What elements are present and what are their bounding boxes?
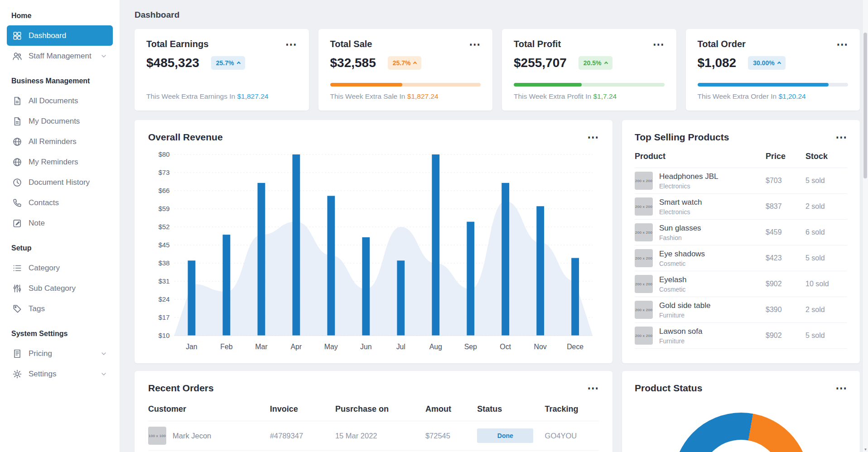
chevron-up-icon bbox=[236, 62, 240, 65]
product-price: $459 bbox=[766, 228, 805, 236]
svg-text:Nov: Nov bbox=[534, 343, 547, 351]
ellipsis-menu-icon[interactable]: ⋯ bbox=[835, 385, 847, 391]
product-stock: 5 sold bbox=[805, 254, 847, 262]
stat-footer-amount: $1,20.24 bbox=[778, 92, 805, 100]
sidebar-item-note[interactable]: Note bbox=[7, 213, 113, 233]
sidebar-item-document-history[interactable]: Document History bbox=[7, 172, 113, 192]
file-icon bbox=[12, 116, 22, 126]
sidebar-item-settings[interactable]: Settings bbox=[7, 364, 113, 384]
file-icon bbox=[12, 96, 22, 106]
stat-footer: This Week Extra Earnings In $1,827.24 bbox=[146, 92, 297, 101]
order-tracking: GO4YOU bbox=[545, 432, 599, 440]
product-stock: 2 sold bbox=[805, 306, 847, 314]
stat-footer: This Week Extra Order In $1,20.24 bbox=[698, 92, 849, 101]
ellipsis-menu-icon[interactable]: ⋯ bbox=[469, 41, 481, 48]
ellipsis-menu-icon[interactable]: ⋯ bbox=[653, 41, 665, 48]
sidebar-item-label: Contacts bbox=[29, 198, 107, 207]
chevron-up-icon bbox=[777, 62, 781, 65]
column-stock: Stock bbox=[805, 152, 847, 161]
product-stock: 2 sold bbox=[805, 202, 847, 211]
product-stock: 5 sold bbox=[805, 332, 847, 340]
product-category: Fashion bbox=[659, 234, 766, 241]
svg-text:$10: $10 bbox=[159, 332, 170, 339]
product-status-card: Product Status ⋯ bbox=[622, 371, 860, 452]
stat-title: Total Profit bbox=[514, 39, 561, 49]
stat-title: Total Order bbox=[698, 39, 746, 49]
product-thumbnail: 200 x 200 bbox=[635, 327, 653, 345]
svg-text:$45: $45 bbox=[159, 241, 170, 249]
sidebar-item-dashboard[interactable]: Dashboard bbox=[7, 25, 113, 46]
sidebar-section-header-system-settings: System Settings bbox=[11, 330, 108, 338]
product-stock: 5 sold bbox=[805, 177, 847, 185]
order-status-badge: Done bbox=[477, 428, 533, 443]
stat-card-total-order: Total Order⋯$1,08230.00%This Week Extra … bbox=[686, 29, 860, 111]
history-icon bbox=[12, 178, 22, 188]
sidebar-item-label: Settings bbox=[29, 370, 94, 379]
recent-orders-card: Recent Orders ⋯ Customer Invoice Pusrcha… bbox=[135, 371, 612, 452]
product-category: Cosmetic bbox=[659, 286, 766, 293]
product-price: $837 bbox=[766, 202, 805, 211]
product-row-eyelash: 200 x 200EyelashCosmetic$90210 sold bbox=[635, 271, 847, 297]
scrollbar[interactable]: ▼ bbox=[862, 0, 868, 452]
ellipsis-menu-icon[interactable]: ⋯ bbox=[285, 41, 297, 48]
stat-title: Total Sale bbox=[330, 39, 372, 49]
product-stock: 6 sold bbox=[805, 228, 847, 236]
sidebar-item-tags[interactable]: Tags bbox=[7, 298, 113, 319]
stat-card-total-profit: Total Profit⋯$255,70720.5%This Week Extr… bbox=[502, 29, 676, 111]
sidebar-item-all-reminders[interactable]: All Reminders bbox=[7, 131, 113, 152]
sidebar-item-pricing[interactable]: Pricing bbox=[7, 343, 113, 364]
product-category: Cosmetic bbox=[659, 260, 766, 267]
ellipsis-menu-icon[interactable]: ⋯ bbox=[587, 134, 599, 140]
column-status: Status bbox=[477, 404, 545, 414]
top-selling-products-card: Top Selling Products ⋯ Product Price Sto… bbox=[622, 120, 860, 363]
trend-badge: 25.7% bbox=[211, 56, 245, 70]
product-thumbnail: 200 x 200 bbox=[635, 172, 653, 190]
top-selling-title: Top Selling Products bbox=[635, 132, 729, 143]
scrollbar-thumb[interactable] bbox=[863, 33, 867, 178]
stat-value: $255,707 bbox=[514, 56, 567, 70]
ellipsis-menu-icon[interactable]: ⋯ bbox=[587, 385, 599, 391]
trend-badge: 25.7% bbox=[388, 56, 422, 70]
svg-text:$73: $73 bbox=[159, 168, 170, 176]
ellipsis-menu-icon[interactable]: ⋯ bbox=[836, 41, 848, 48]
stat-footer-amount: $1,827.24 bbox=[237, 92, 268, 100]
product-name: Headphones JBL bbox=[659, 172, 766, 181]
ellipsis-menu-icon[interactable]: ⋯ bbox=[835, 134, 847, 140]
sidebar-item-label: Document History bbox=[29, 178, 107, 187]
scrollbar-down-arrow[interactable]: ▼ bbox=[863, 447, 868, 452]
sidebar-item-all-documents[interactable]: All Documents bbox=[7, 91, 113, 111]
sidebar-item-category[interactable]: Category bbox=[7, 258, 113, 278]
tag-icon bbox=[12, 304, 22, 314]
product-thumbnail: 200 x 200 bbox=[635, 197, 653, 216]
trend-badge: 20.5% bbox=[579, 56, 612, 70]
progress-bar bbox=[698, 83, 849, 87]
sliders-icon bbox=[12, 284, 22, 293]
product-thumbnail: 200 x 200 bbox=[635, 249, 653, 267]
product-category: Electronics bbox=[659, 208, 766, 216]
list-icon bbox=[12, 263, 22, 273]
product-stock: 10 sold bbox=[805, 280, 847, 288]
product-row-smart-watch: 200 x 200Smart watchElectronics$8372 sol… bbox=[635, 194, 847, 220]
customer-name: Mark Jecon bbox=[173, 432, 211, 440]
column-tracking: Tracking bbox=[545, 404, 599, 414]
svg-text:Oct: Oct bbox=[500, 343, 511, 351]
svg-text:$17: $17 bbox=[159, 313, 170, 321]
sidebar-item-contacts[interactable]: Contacts bbox=[7, 192, 113, 213]
sidebar-item-my-reminders[interactable]: My Reminders bbox=[7, 152, 113, 172]
trend-badge: 30.00% bbox=[748, 56, 785, 70]
orders-table-header: Customer Invoice Pusrchase on Amout Stat… bbox=[148, 404, 599, 421]
sidebar: HomeDashboardStaff ManagementBusiness Ma… bbox=[0, 0, 120, 452]
svg-text:Mar: Mar bbox=[255, 343, 268, 351]
chevron-up-icon bbox=[413, 62, 417, 65]
svg-text:Jul: Jul bbox=[396, 343, 405, 351]
sidebar-section-header-setup: Setup bbox=[11, 244, 108, 252]
sidebar-item-staff-management[interactable]: Staff Management bbox=[7, 46, 113, 66]
sidebar-item-my-documents[interactable]: My Documents bbox=[7, 111, 113, 131]
product-row-sun-glasses: 200 x 200Sun glassesFashion$4596 sold bbox=[635, 220, 847, 245]
note-icon bbox=[12, 218, 22, 228]
sidebar-item-sub-category[interactable]: Sub Category bbox=[7, 278, 113, 298]
pricing-icon bbox=[12, 349, 22, 359]
order-invoice: #4789347 bbox=[270, 432, 335, 440]
customer-avatar: 100 x 100 bbox=[148, 427, 166, 445]
svg-text:May: May bbox=[324, 343, 338, 351]
